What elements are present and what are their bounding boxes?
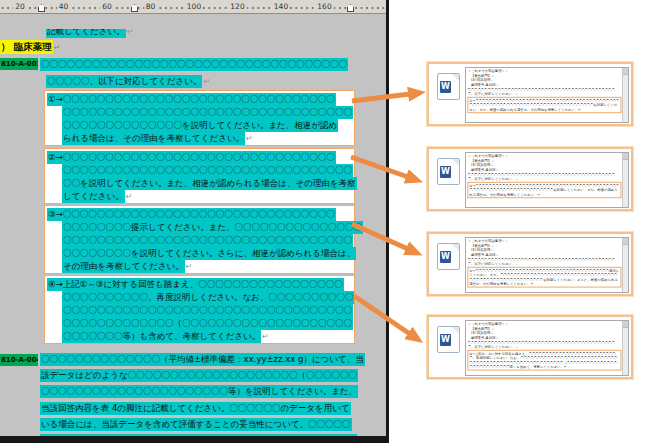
text-line[interactable]: 〇〇〇〇〇〇〇〇〇〇〇〇〇〇〇〇〇〇〇〇〇〇〇〇〇〇〇〇〇〇〇〇〇〇 [62, 304, 353, 316]
scroll-up-button[interactable] [623, 68, 628, 75]
indent-marker[interactable] [347, 4, 354, 12]
screenshot-root: 20406080100120140160 記載してください。↵） 臨床薬理↵81… [0, 0, 657, 443]
paragraph-mark-icon: ↵ [126, 29, 134, 36]
comment-anchor-box[interactable]: ③→〇〇〇〇〇〇〇〇〇〇〇〇〇〇〇〇〇〇〇〇〇〇〇〇〇〇〇〇〇〇〇〇〇〇〇〇〇〇… [44, 205, 355, 274]
text-line[interactable]: 〇〇〇〇〇〇〇〇〇〇〇〇〇〇〇〇〇〇〇〇〇〇〇〇〇〇〇〇〇〇〇〇〇〇 [62, 106, 353, 118]
text-line[interactable]: 〇〇〇〇〇〇〇〇提示してください。また、〇〇〇〇〇〇〇〇〇〇〇〇〇〇〇 [62, 221, 363, 233]
clipped-text-line[interactable]: 記載してください。↵ [46, 29, 156, 39]
embedded-document-preview[interactable]: ＜これまでの照会事項＞↵ 【審査部門】↵ (3) 臨床薬理↵ 整理番号-A-00… [465, 237, 629, 293]
word-logo: W [440, 81, 451, 93]
embedded-document-preview[interactable]: ＜これまでの照会事項＞↵ 【審査部門】↵ (3) 臨床薬理↵ 整理番号-A-00… [465, 67, 629, 123]
highlighted-text: 〇〇〇〇〇〇〇〇〇〇〇〇〇〇〇〇〇〇〇〇〇〇〇〇〇〇〇〇〇〇〇〇〇〇 [62, 234, 353, 247]
highlighted-text: ②→〇〇〇〇〇〇〇〇〇〇〇〇〇〇〇〇〇〇〇〇〇〇〇〇〇〇〇〇〇〇〇〇 [47, 151, 336, 164]
embedded-document-preview[interactable]: ＜これまでの照会事項＞↵ 【審査部門】↵ (3) 臨床薬理↵ 整理番号-A-00… [465, 152, 629, 208]
comment-anchor-box[interactable]: ②→〇〇〇〇〇〇〇〇〇〇〇〇〇〇〇〇〇〇〇〇〇〇〇〇〇〇〇〇〇〇〇〇〇〇〇〇〇〇… [44, 148, 355, 204]
paragraph-mark-icon: ↵ [53, 43, 61, 52]
ruler-number: 60 [100, 1, 114, 12]
text-line[interactable]: 〇〇を説明してください。また、相違が認められる場合は、その理由を考察 [62, 177, 357, 189]
preview-content: ＜これまでの照会事項＞↵ 【審査部門】↵ (3) 臨床薬理↵ 整理番号-A-00… [466, 238, 623, 288]
text-line[interactable]: られる場合は、その理由を考察してください。↵ [62, 132, 253, 144]
preview-scrollbar[interactable] [622, 238, 628, 292]
paragraph-mark-icon: ↵ [515, 263, 518, 266]
paragraph-mark-icon: ↵ [491, 79, 494, 82]
text-line[interactable]: いる場合には、当該データを含めて評価することの妥当性について、〇〇〇〇〇 [40, 418, 352, 430]
issue-id-badge[interactable]: 810-A-003 [0, 58, 38, 70]
text-line[interactable]: ③→〇〇〇〇〇〇〇〇〇〇〇〇〇〇〇〇〇〇〇〇〇〇〇〇〇〇〇〇〇〇〇〇 [47, 208, 336, 220]
highlighted-text: 〇〇〇〇〇〇〇〇〇〇〇〇〇〇〇〇〇〇〇〇〇〇〇〇〇〇〇〇〇〇〇〇〇〇〇〇 [40, 58, 348, 71]
text-line[interactable]: ④→上記①～③に対する回答も踏まえ、〇〇〇〇〇〇〇〇〇〇〇〇〇〇〇〇〇 [47, 278, 344, 290]
paragraph-mark-icon: ↵ [505, 323, 508, 326]
highlighted-text: 〇〇〇〇〇〇〇〇〇〇〇〇〇（〇〇〇〇〇〇〇〇〇〇〇〇〇〇〇〇〇〇〇〇 [62, 317, 353, 330]
text-line[interactable]: 〇〇〇〇〇〇〇〇〇〇、再度説明しください。なお、〇〇〇〇〇〇〇〇〇〇 [62, 291, 354, 303]
text-line[interactable]: その理由を考察してください。↵ [62, 260, 193, 272]
issue-id-badge[interactable]: 810-A-004 [0, 354, 38, 366]
highlighted-text: 〇〇〇〇〇〇〇〇〇〇〇〇〇〇（平均値±標準偏差：xx.yy±zz.xx g）につ… [40, 353, 365, 366]
scroll-up-button[interactable] [623, 321, 628, 328]
highlighted-text: その理由を考察してください。 [62, 260, 185, 273]
ruler-number: 20 [13, 1, 27, 12]
paragraph-mark-icon: ↵ [491, 164, 494, 167]
text-line[interactable]: してください。↵ [62, 190, 132, 202]
text-line[interactable]: ） 臨床薬理↵ [0, 41, 61, 53]
preview-scrollbar[interactable] [622, 68, 628, 122]
text-line[interactable]: 該データはどのような〇〇〇〇〇〇〇〇〇〇〇〇〇〇〇〇〇〇〇〇（〇〇〇〇〇〇 [40, 369, 358, 381]
highlighted-text: 〇〇〇〇〇〇〇〇〇〇〇〇〇〇〇〇〇〇〇〇〇〇〇〇〇〇〇〇〇〇〇〇〇〇 [62, 106, 353, 119]
highlighted-text: ①→〇〇〇〇〇〇〇〇〇〇〇〇〇〇〇〇〇〇〇〇〇〇〇〇〇〇〇〇〇〇〇〇 [47, 93, 336, 106]
text-line[interactable]: ①→〇〇〇〇〇〇〇〇〇〇〇〇〇〇〇〇〇〇〇〇〇〇〇〇〇〇〇〇〇〇〇〇 [47, 93, 336, 105]
text-line[interactable]: 〇〇〇〇〇〇〇等）も含めて、考察してください。↵ [62, 330, 269, 342]
comment-anchor-box[interactable]: ①→〇〇〇〇〇〇〇〇〇〇〇〇〇〇〇〇〇〇〇〇〇〇〇〇〇〇〇〇〇〇〇〇〇〇〇〇〇〇… [44, 90, 355, 146]
indent-marker[interactable] [131, 4, 138, 12]
word-file-icon: W [437, 73, 460, 100]
text-line[interactable]: 当該回答内容を表 4の脚注に記載してください。〇〇〇〇〇〇のデータを用いて [40, 402, 351, 414]
text-line[interactable]: 〇〇〇〇〇〇〇〇〇〇〇〇〇〇〇〇〇〇〇〇〇〇〇〇〇〇〇〇〇〇〇〇〇〇 [62, 164, 353, 176]
paragraph-mark-icon: ↵ [515, 346, 518, 349]
ruler-number: 80 [144, 1, 158, 12]
document-preview-card[interactable]: W＜これまでの照会事項＞↵ 【審査部門】↵ (3) 臨床薬理↵ 整理番号-A-0… [427, 147, 633, 211]
text-line[interactable]: 〇〇〇〇〇、以下に対応してください。↵ [46, 75, 210, 87]
preview-scrollbar[interactable] [622, 153, 628, 207]
paragraph-mark-icon: ↵ [515, 93, 518, 96]
horizontal-ruler[interactable]: 20406080100120140160 [0, 0, 386, 14]
highlighted-text: ） 臨床薬理 [0, 40, 53, 54]
text-line[interactable]: 〇〇〇〇〇〇〇〇〇〇〇〇〇（〇〇〇〇〇〇〇〇〇〇〇〇〇〇〇〇〇〇〇〇 [62, 317, 353, 329]
highlighted-text: 〇〇〇〇〇〇〇等）も含めて、考察してください。 [62, 330, 261, 343]
preview-content: ＜これまでの照会事項＞↵ 【審査部門】↵ (3) 臨床薬理↵ 整理番号-A-00… [466, 321, 623, 371]
paragraph-mark-icon: ↵ [505, 70, 508, 73]
word-document-pane: 20406080100120140160 記載してください。↵） 臨床薬理↵81… [0, 0, 389, 443]
text-line[interactable]: 〇〇〇〇〇〇〇〇〇〇〇〇〇〇〇〇〇〇〇〇〇〇〇〇〇〇〇〇〇〇〇〇〇〇 [62, 234, 353, 246]
ruler-number: 100 [185, 1, 203, 12]
scroll-up-button[interactable] [623, 153, 628, 160]
page-fold-corner [452, 244, 459, 251]
comment-anchor-box[interactable]: ④→上記①～③に対する回答も踏まえ、〇〇〇〇〇〇〇〇〇〇〇〇〇〇〇〇〇〇〇〇〇〇… [44, 275, 355, 344]
ruler-number: 160 [315, 1, 333, 12]
paragraph-mark-icon: ↵ [496, 84, 499, 87]
document-preview-card[interactable]: W＜これまでの照会事項＞↵ 【審査部門】↵ (3) 臨床薬理↵ 整理番号-A-0… [427, 315, 633, 379]
document-text-area[interactable]: 記載してください。↵） 臨床薬理↵810-A-003〇〇〇〇〇〇〇〇〇〇〇〇〇〇… [0, 14, 386, 436]
scroll-up-button[interactable] [623, 238, 628, 245]
preview-scrollbar[interactable] [622, 321, 628, 375]
preview-body-line: 〇、以下に対応してください。↵ [467, 177, 621, 182]
highlighted-text: 〇〇〇〇〇〇〇〇〇〇、再度説明しください。なお、〇〇〇〇〇〇〇〇〇〇 [62, 291, 354, 304]
document-preview-card[interactable]: W＜これまでの照会事項＞↵ 【審査部門】↵ (3) 臨床薬理↵ 整理番号-A-0… [427, 62, 633, 126]
page-fold-corner [452, 159, 459, 166]
highlighted-text: 〇〇〇〇〇〇〇〇〇〇〇〇〇〇を説明してください。また、相違が認め [62, 119, 338, 132]
text-line[interactable]: 〇〇〇〇〇〇〇〇〇〇〇〇〇〇〇〇〇〇〇〇〇〇〇〇〇〇〇〇〇〇〇〇〇〇〇〇 [40, 58, 348, 70]
document-preview-card[interactable]: W＜これまでの照会事項＞↵ 【審査部門】↵ (3) 臨床薬理↵ 整理番号-A-0… [427, 232, 633, 296]
paragraph-mark-icon: ↵ [261, 332, 269, 341]
text-line[interactable]: 〇〇〇〇〇〇〇〇〇〇〇〇〇〇を説明してください。また、相違が認め [62, 119, 338, 131]
ruler-number: 140 [272, 1, 290, 12]
text-run: 〇、以下に対応してください。 [467, 345, 515, 350]
embedded-document-preview[interactable]: ＜これまでの照会事項＞↵ 【審査部門】↵ (3) 臨床薬理↵ 整理番号-A-00… [465, 320, 629, 376]
paragraph-mark-icon: ↵ [185, 262, 193, 271]
text-line[interactable]: 〇〇〇〇〇〇〇〇〇〇〇〇〇〇〇〇〇〇〇〇〇〇等）を説明してください。また、 [40, 385, 358, 397]
highlighted-text: 該データはどのような〇〇〇〇〇〇〇〇〇〇〇〇〇〇〇〇〇〇〇〇（〇〇〇〇〇〇 [40, 369, 358, 382]
text-run: 〇、以下に対応してください。 [467, 92, 515, 97]
text-line[interactable]: ②→〇〇〇〇〇〇〇〇〇〇〇〇〇〇〇〇〇〇〇〇〇〇〇〇〇〇〇〇〇〇〇〇 [47, 151, 336, 163]
highlighted-text: ③→〇〇〇〇〇〇〇〇〇〇〇〇〇〇〇〇〇〇〇〇〇〇〇〇〇〇〇〇〇〇〇〇 [47, 208, 336, 221]
word-file-icon: W [437, 243, 460, 270]
text-line[interactable]: 〇〇〇〇〇〇〇〇を説明してください。さらに、相違が認められる場合は、 [62, 247, 356, 259]
text-line[interactable]: 〇〇〇〇〇〇〇〇〇〇〇〇〇〇（平均値±標準偏差：xx.yy±zz.xx g）につ… [40, 353, 365, 365]
highlighted-text: 〇〇〇〇〇〇〇〇を説明してください。さらに、相違が認められる場合は、 [62, 247, 356, 260]
indent-marker[interactable] [38, 4, 45, 12]
page-fold-corner [452, 327, 459, 334]
